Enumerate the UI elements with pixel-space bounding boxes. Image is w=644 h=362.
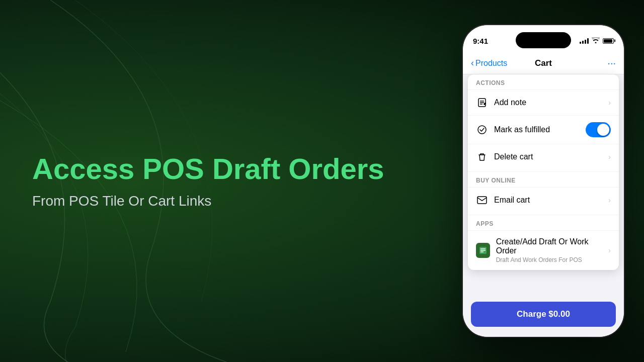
wifi-icon <box>592 37 600 45</box>
mark-fulfilled-label: Mark as fulfilled <box>494 125 580 134</box>
note-icon <box>476 97 488 109</box>
nav-more-button[interactable]: ··· <box>568 57 616 69</box>
back-arrow-icon: ‹ <box>471 58 474 68</box>
mark-fulfilled-item[interactable]: Mark as fulfilled <box>468 115 619 144</box>
create-draft-text: Create/Add Draft Or Work Order Draft And… <box>496 237 603 263</box>
phone-screen: 9:41 <box>463 25 624 337</box>
subheadline: From POS Tile Or Cart Links <box>32 193 284 209</box>
charge-button[interactable]: Charge $0.00 <box>471 302 616 327</box>
status-icons <box>580 37 614 45</box>
signal-bars-icon <box>580 38 589 44</box>
nav-back-button[interactable]: ‹ Products <box>471 58 519 68</box>
create-draft-item[interactable]: Create/Add Draft Or Work Order Draft And… <box>468 230 619 270</box>
svg-point-4 <box>478 126 486 134</box>
email-cart-item[interactable]: Email cart › <box>468 187 619 213</box>
create-draft-chevron: › <box>608 246 611 254</box>
left-content: Access POS Draft Orders From POS Tile Or… <box>32 153 384 209</box>
toggle-knob <box>597 124 609 136</box>
email-cart-chevron: › <box>608 196 611 204</box>
charge-label: Charge $0.00 <box>517 309 570 319</box>
actions-section-header: ACTIONS <box>468 74 619 89</box>
signal-bar-1 <box>580 42 581 44</box>
signal-bar-4 <box>587 38 589 44</box>
apps-section-header: APPS <box>468 215 619 230</box>
mark-fulfilled-toggle[interactable] <box>586 122 611 137</box>
svg-rect-5 <box>477 197 487 204</box>
buy-online-section-header: BUY ONLINE <box>468 171 619 187</box>
add-note-label: Add note <box>494 98 602 107</box>
email-icon <box>476 194 488 206</box>
phone-mockup: 9:41 <box>463 25 624 337</box>
headline: Access POS Draft Orders <box>32 153 384 185</box>
add-note-item[interactable]: Add note › <box>468 89 619 115</box>
email-cart-label: Email cart <box>494 196 602 205</box>
delete-cart-label: Delete cart <box>494 152 602 161</box>
phone-body: 9:41 <box>463 25 624 337</box>
nav-bar: ‹ Products Cart ··· <box>463 52 624 74</box>
signal-bar-3 <box>585 40 586 44</box>
actions-dropdown: ACTIONS Add note › <box>468 74 619 270</box>
delete-cart-chevron: › <box>608 153 611 161</box>
battery-icon <box>603 38 614 44</box>
check-circle-icon <box>476 124 488 136</box>
signal-bar-2 <box>582 41 584 44</box>
add-note-chevron: › <box>608 99 611 107</box>
trash-icon <box>476 151 488 163</box>
more-icon: ··· <box>607 57 616 69</box>
nav-back-label: Products <box>475 59 507 68</box>
create-draft-label: Create/Add Draft Or Work Order <box>496 237 603 255</box>
nav-title: Cart <box>519 58 568 68</box>
app-icon <box>476 243 490 258</box>
dynamic-island <box>516 32 571 48</box>
delete-cart-item[interactable]: Delete cart › <box>468 144 619 169</box>
create-draft-sublabel: Draft And Work Orders For POS <box>496 256 603 263</box>
